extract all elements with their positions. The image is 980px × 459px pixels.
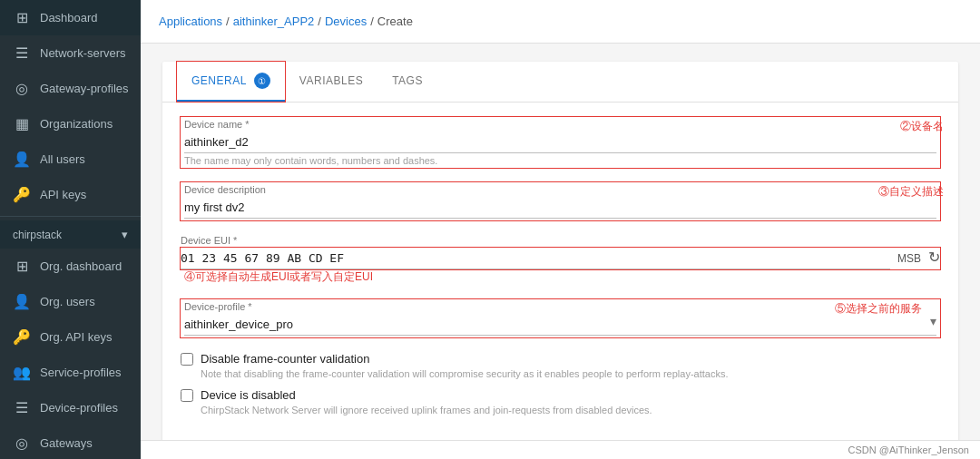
key-icon: 🔑: [13, 186, 31, 203]
sidebar-item-org-dashboard[interactable]: ⊞ Org. dashboard: [0, 249, 141, 284]
sidebar-item-label: Org. dashboard: [40, 259, 122, 273]
dashboard-icon: ⊞: [13, 9, 31, 26]
service-icon: 👥: [13, 364, 31, 381]
org-selector[interactable]: chirpstack ▾: [0, 220, 141, 249]
device-disabled-group: Device is disabled ChirpStack Network Se…: [181, 388, 940, 415]
tab-general-label: GENERAL: [191, 74, 247, 87]
tab-general[interactable]: GENERAL ①: [177, 62, 285, 102]
user-icon: 👤: [13, 151, 31, 168]
device-eui-group: Device EUI * MSB ↻ ④可选择自动生成EUI或者写入自定EUI: [181, 235, 940, 285]
frame-counter-label-text: Disable frame-counter validation: [201, 352, 369, 366]
device-description-annotation: ③自定义描述: [878, 184, 944, 200]
sidebar-item-label: Organizations: [40, 117, 113, 131]
sidebar-item-label: API keys: [40, 188, 86, 201]
gateways-icon: ◎: [13, 435, 31, 452]
form-body: Device name * The name may only contain …: [162, 103, 958, 440]
sidebar-item-label: Device-profiles: [40, 401, 118, 415]
device-eui-input[interactable]: [181, 248, 890, 269]
sidebar-item-label: Gateway-profiles: [40, 82, 129, 95]
breadcrumb-sep1: /: [226, 15, 230, 28]
device-description-group: Device description ③自定义描述: [181, 182, 940, 220]
device-eui-label: Device EUI *: [181, 235, 940, 246]
sidebar-item-api-keys[interactable]: 🔑 API keys: [0, 177, 141, 212]
device-description-label: Device description: [184, 184, 936, 195]
main-content: Applications / aithinker_APP2 / Devices …: [141, 0, 980, 459]
sidebar-item-all-users[interactable]: 👤 All users: [0, 142, 141, 177]
frame-counter-checkbox[interactable]: [181, 353, 193, 366]
sidebar: ⊞ Dashboard ☰ Network-servers ◎ Gateway-…: [0, 0, 141, 459]
device-disabled-checkbox[interactable]: [181, 389, 193, 402]
breadcrumb-create: Create: [377, 15, 413, 28]
breadcrumb-sep2: /: [318, 15, 321, 28]
device-name-hint: The name may only contain words, numbers…: [184, 155, 936, 166]
content-area: GENERAL ① VARIABLES TAGS Device name * T…: [141, 44, 980, 440]
device-disabled-hint: ChirpStack Network Server will ignore re…: [201, 405, 940, 415]
device-disabled-label[interactable]: Device is disabled: [181, 388, 940, 402]
tab-bar: GENERAL ① VARIABLES TAGS: [162, 62, 958, 103]
device-name-label: Device name *: [184, 119, 936, 130]
sidebar-item-gateways[interactable]: ◎ Gateways: [0, 425, 141, 459]
tab-general-badge: ①: [254, 73, 270, 89]
sidebar-item-org-api-keys[interactable]: 🔑 Org. API keys: [0, 319, 141, 355]
device-description-input[interactable]: [184, 197, 936, 219]
breadcrumb-app-name[interactable]: aithinker_APP2: [233, 15, 315, 28]
sidebar-item-label: Service-profiles: [40, 366, 122, 379]
device-profile-select[interactable]: aithinker_device_pro: [184, 314, 936, 336]
sidebar-item-label: Org. users: [40, 295, 95, 308]
frame-counter-group: Disable frame-counter validation Note th…: [181, 352, 940, 379]
tab-tags[interactable]: TAGS: [377, 62, 437, 102]
sidebar-item-org-users[interactable]: 👤 Org. users: [0, 284, 141, 319]
device-profile-group: Device-profile * aithinker_device_pro ▾ …: [181, 299, 940, 337]
org-users-icon: 👤: [13, 293, 31, 310]
device-name-group: Device name * The name may only contain …: [181, 117, 940, 168]
sidebar-item-gateway-profiles[interactable]: ◎ Gateway-profiles: [0, 71, 141, 106]
topbar: Applications / aithinker_APP2 / Devices …: [141, 0, 980, 44]
sidebar-item-dashboard[interactable]: ⊞ Dashboard: [0, 0, 141, 35]
device-name-input[interactable]: [184, 132, 936, 153]
form-card: GENERAL ① VARIABLES TAGS Device name * T…: [162, 62, 958, 440]
org-icon: ▦: [13, 115, 31, 132]
device-profile-select-wrapper: aithinker_device_pro ▾: [184, 314, 936, 336]
device-name-annotation: ②设备名: [900, 119, 944, 134]
device-profile-label: Device-profile *: [184, 301, 936, 312]
device-eui-annotation: ④可选择自动生成EUI或者写入自定EUI: [184, 270, 373, 283]
attribution: CSDN @AiThinker_Jenson: [141, 440, 980, 459]
attribution-text: CSDN @AiThinker_Jenson: [848, 444, 969, 455]
sidebar-item-label: All users: [40, 152, 85, 166]
org-dashboard-icon: ⊞: [13, 258, 31, 275]
breadcrumb: Applications / aithinker_APP2 / Devices …: [159, 15, 413, 28]
tab-tags-label: TAGS: [392, 74, 423, 87]
device-eui-row: MSB ↻: [181, 248, 940, 269]
breadcrumb-applications[interactable]: Applications: [159, 15, 222, 28]
frame-counter-label[interactable]: Disable frame-counter validation: [181, 352, 940, 366]
sidebar-item-label: Network-servers: [40, 46, 126, 60]
eui-msb-label: MSB: [897, 252, 921, 265]
sidebar-item-label: Dashboard: [40, 11, 98, 24]
breadcrumb-sep3: /: [370, 15, 374, 28]
org-name: chirpstack: [13, 229, 62, 241]
chevron-down-icon: ▾: [122, 228, 128, 241]
device-disabled-label-text: Device is disabled: [201, 388, 296, 402]
sidebar-item-device-profiles[interactable]: ☰ Device-profiles: [0, 390, 141, 425]
frame-counter-hint: Note that disabling the frame-counter va…: [201, 368, 940, 379]
tab-variables-label: VARIABLES: [299, 74, 363, 87]
device-profile-annotation: ⑤选择之前的服务: [835, 301, 922, 317]
gateway-icon: ◎: [13, 80, 31, 97]
sidebar-item-service-profiles[interactable]: 👥 Service-profiles: [0, 355, 141, 390]
sidebar-item-organizations[interactable]: ▦ Organizations: [0, 106, 141, 142]
eui-refresh-icon[interactable]: ↻: [928, 249, 940, 266]
network-icon: ☰: [13, 44, 31, 62]
breadcrumb-devices[interactable]: Devices: [325, 15, 367, 28]
tab-variables[interactable]: VARIABLES: [285, 62, 377, 102]
org-key-icon: 🔑: [13, 328, 31, 346]
sidebar-item-label: Org. API keys: [40, 330, 112, 344]
device-profiles-icon: ☰: [13, 399, 31, 416]
sidebar-item-label: Gateways: [40, 436, 93, 450]
sidebar-item-network-servers[interactable]: ☰ Network-servers: [0, 35, 141, 71]
